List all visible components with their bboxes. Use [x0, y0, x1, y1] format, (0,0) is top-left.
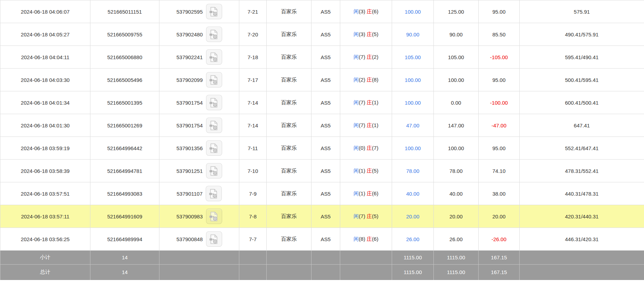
- balance-cell: 552.41/647.41: [520, 137, 644, 160]
- bet-amount-cell: 100.00: [392, 137, 434, 160]
- video-file-icon: [209, 29, 219, 40]
- table-footer: 小计 14 1115.00 1115.00 167.15 总计 14 1115.…: [0, 251, 644, 280]
- player-points: (2): [359, 77, 365, 83]
- player-label: 闲: [354, 122, 359, 128]
- subtotal-win-loss: 167.15: [479, 251, 520, 265]
- win-loss-cell: -100.00: [479, 91, 520, 114]
- banker-points: (6): [372, 8, 378, 14]
- video-replay-button[interactable]: [206, 209, 222, 224]
- banker-label: 庄: [367, 54, 372, 60]
- table-name-cell: AS5: [311, 228, 340, 251]
- video-replay-button[interactable]: [206, 49, 222, 65]
- banker-points: (8): [372, 77, 378, 83]
- game-id-value: 537902595: [176, 9, 203, 15]
- result-cell: 闲(1) 庄(6): [340, 182, 392, 205]
- valid-amount-cell: 90.00: [434, 23, 479, 46]
- video-replay-button[interactable]: [206, 95, 222, 110]
- game-id-cell: 537901251: [159, 160, 239, 182]
- video-file-icon: [209, 211, 219, 222]
- table-row[interactable]: 2024-06-18 03:57:11 521664991609 5379009…: [0, 205, 644, 228]
- table-row[interactable]: 2024-06-18 04:01:30 521665001269 5379017…: [0, 114, 644, 137]
- bet-amount-cell: 78.00: [392, 160, 434, 182]
- video-file-icon: [209, 7, 219, 17]
- win-loss-cell: 38.00: [479, 182, 520, 205]
- bet-amount-cell: 90.00: [392, 23, 434, 46]
- table-row[interactable]: 2024-06-18 04:03:30 521665005496 5379020…: [0, 69, 644, 91]
- player-label: 闲: [354, 54, 359, 60]
- game-id-cell: 537901754: [159, 114, 239, 137]
- video-replay-button[interactable]: [206, 4, 222, 19]
- result-cell: 闲(3) 庄(5): [340, 23, 392, 46]
- banker-label: 庄: [367, 236, 372, 242]
- player-label: 闲: [354, 190, 359, 196]
- valid-amount-cell: 20.00: [434, 205, 479, 228]
- bet-amount-cell: 20.00: [392, 205, 434, 228]
- table-row[interactable]: 2024-06-18 03:56:25 521664989994 5379008…: [0, 228, 644, 251]
- result-cell: 闲(3) 庄(6): [340, 0, 392, 23]
- banker-points: (2): [372, 54, 378, 60]
- result-cell: 闲(1) 庄(5): [340, 160, 392, 182]
- game-type-cell: 百家乐: [267, 91, 311, 114]
- player-points: (3): [359, 8, 365, 14]
- bet-id-cell: 521664993083: [90, 182, 159, 205]
- video-replay-button[interactable]: [206, 186, 222, 201]
- video-file-icon: [209, 75, 219, 85]
- valid-amount-cell: 147.00: [434, 114, 479, 137]
- bet-time-cell: 2024-06-18 03:57:11: [0, 205, 90, 228]
- win-loss-cell: 95.00: [479, 69, 520, 91]
- round-cell: 7-14: [239, 114, 267, 137]
- result-cell: 闲(2) 庄(8): [340, 69, 392, 91]
- table-row[interactable]: 2024-06-18 04:04:11 521665006880 5379022…: [0, 46, 644, 69]
- round-cell: 7-14: [239, 91, 267, 114]
- video-replay-button[interactable]: [206, 118, 222, 133]
- player-label: 闲: [354, 168, 359, 174]
- valid-amount-cell: 0.00: [434, 91, 479, 114]
- total-label: 总计: [0, 265, 90, 280]
- valid-amount-cell: 100.00: [434, 137, 479, 160]
- banker-label: 庄: [367, 8, 372, 14]
- banker-label: 庄: [367, 122, 372, 128]
- table-body: 2024-06-18 04:06:07 521665011151 5379025…: [0, 0, 644, 251]
- video-replay-button[interactable]: [206, 163, 222, 178]
- bet-id-cell: 521665001269: [90, 114, 159, 137]
- video-replay-button[interactable]: [206, 231, 222, 247]
- video-replay-button[interactable]: [206, 27, 222, 42]
- subtotal-label: 小计: [0, 251, 90, 265]
- table-row[interactable]: 2024-06-18 04:05:27 521665009755 5379024…: [0, 23, 644, 46]
- bet-time-cell: 2024-06-18 03:58:39: [0, 160, 90, 182]
- balance-cell: 600.41/500.41: [520, 91, 644, 114]
- bet-id-cell: 521665001395: [90, 91, 159, 114]
- round-cell: 7-20: [239, 23, 267, 46]
- bet-amount-cell: 105.00: [392, 46, 434, 69]
- subtotal-count: 14: [90, 251, 159, 265]
- balance-cell: 440.31/478.31: [520, 182, 644, 205]
- player-points: (0): [359, 145, 365, 151]
- banker-points: (6): [372, 190, 378, 196]
- bet-time-cell: 2024-06-18 04:04:11: [0, 46, 90, 69]
- table-row[interactable]: 2024-06-18 04:01:34 521665001395 5379017…: [0, 91, 644, 114]
- banker-points: (7): [372, 145, 378, 151]
- bet-history-table: 2024-06-18 04:06:07 521665011151 5379025…: [0, 0, 644, 280]
- video-file-icon: [209, 143, 219, 153]
- win-loss-cell: 85.50: [479, 23, 520, 46]
- video-replay-button[interactable]: [206, 72, 222, 88]
- table-row[interactable]: 2024-06-18 03:59:19 521664996442 5379013…: [0, 137, 644, 160]
- bet-time-cell: 2024-06-18 03:57:51: [0, 182, 90, 205]
- win-loss-cell: 95.00: [479, 0, 520, 23]
- player-points: (7): [359, 54, 365, 60]
- video-file-icon: [209, 120, 219, 131]
- game-id-value: 537901107: [177, 191, 203, 197]
- balance-cell: 647.41: [520, 114, 644, 137]
- result-cell: 闲(0) 庄(7): [340, 137, 392, 160]
- game-id-value: 537902241: [176, 54, 203, 60]
- video-replay-button[interactable]: [206, 140, 222, 156]
- table-name-cell: AS5: [311, 160, 340, 182]
- table-name-cell: AS5: [311, 91, 340, 114]
- table-row[interactable]: 2024-06-18 03:57:51 521664993083 5379011…: [0, 182, 644, 205]
- table-row[interactable]: 2024-06-18 03:58:39 521664994781 5379012…: [0, 160, 644, 182]
- win-loss-cell: 95.00: [479, 137, 520, 160]
- player-points: (8): [359, 236, 365, 242]
- table-row[interactable]: 2024-06-18 04:06:07 521665011151 5379025…: [0, 0, 644, 23]
- total-row: 总计 14 1115.00 1115.00 167.15: [0, 265, 644, 280]
- banker-label: 庄: [367, 213, 372, 219]
